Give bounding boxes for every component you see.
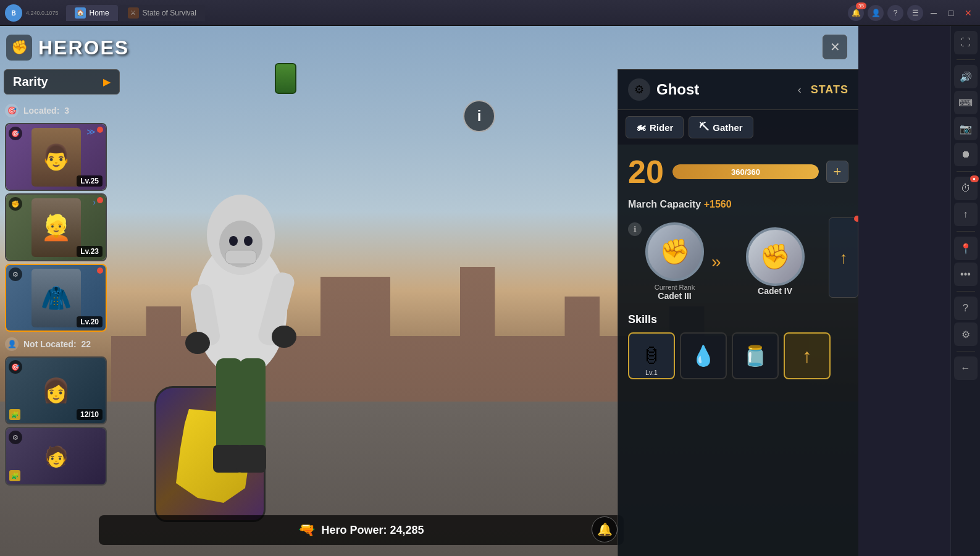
help-button[interactable]: ? <box>887 5 903 21</box>
current-rank-container: ✊ Current Rank Cadet III <box>645 222 704 301</box>
notifications-button[interactable]: 🔔 35 <box>848 5 864 21</box>
stats-header: ⚙ Ghost ‹ STATS <box>618 70 858 110</box>
located-section-icon: 🎯 <box>5 104 19 117</box>
toolbar-separator-3 <box>957 231 975 232</box>
hero-card-ghost[interactable]: 🧥 ⚙ Lv.20 <box>5 264 107 332</box>
svg-rect-12 <box>216 358 242 457</box>
stats-gear-icon: ⚙ <box>628 78 650 101</box>
not-located-avatar: 👩 <box>41 377 70 404</box>
upload-button[interactable]: ↑ <box>954 203 978 226</box>
gather-label: Gather <box>713 122 742 133</box>
rider-icon: 🏍 <box>636 122 646 133</box>
rarity-filter-button[interactable]: Rarity ▶ <box>4 69 120 95</box>
rank-up-arrow-icon: ↑ <box>840 248 848 267</box>
close-heroes-button[interactable]: ✕ <box>823 35 847 59</box>
skill-slot-2[interactable]: 💧 <box>680 332 727 379</box>
stats-nav-left-button[interactable]: ‹ <box>791 81 808 98</box>
skills-section: Skills 🛢 Lv.1 💧 🫙 ↑ <box>618 308 858 384</box>
green-can-prop <box>275 63 296 94</box>
located-label: Located: <box>23 106 59 116</box>
toolbar-separator-1 <box>957 59 975 60</box>
bluestacks-logo: B <box>5 4 22 22</box>
next-rank-name: Cadet IV <box>758 286 792 296</box>
stats-label: STATS <box>811 83 848 96</box>
bluestacks-toolbar: ⛶ 🔊 ⌨ 📷 ⏺ ⏱ ● ↑ 📍 ••• ? ⚙ ← <box>950 26 980 556</box>
stats-hero-name: Ghost <box>656 81 791 98</box>
toolbar-separator-4 <box>957 291 975 292</box>
located-count: 3 <box>64 106 69 116</box>
tab-home[interactable]: 🏠 Home <box>66 5 118 21</box>
close-button[interactable]: ✕ <box>961 6 975 20</box>
keyboard-button[interactable]: ⌨ <box>954 91 978 114</box>
record-button[interactable]: ⏺ <box>954 143 978 166</box>
heroes-title: HEROES <box>38 36 129 59</box>
heroes-header: ✊ HEROES <box>6 35 129 61</box>
rider-label: Rider <box>650 122 673 133</box>
located-section-header: 🎯 Located: 3 <box>0 101 124 120</box>
hero-ghost-art <box>136 99 346 519</box>
tab-state-of-survival[interactable]: ⚔ State of Survival <box>119 5 205 21</box>
skill-slot-3[interactable]: 🫙 <box>732 332 779 379</box>
rank-section: ℹ ✊ Current Rank Cadet III » ✊ Cadet IV <box>618 217 858 308</box>
svg-point-11 <box>272 326 296 348</box>
rank-arrows: » <box>711 252 721 272</box>
svg-rect-13 <box>240 358 266 457</box>
rarity-arrow-icon: ▶ <box>103 76 111 88</box>
hero2-level: Lv.23 <box>77 246 103 257</box>
hero-power-bar: 🔫 Hero Power: 24,285 <box>99 515 624 545</box>
not-located-icon: 👤 <box>5 337 19 351</box>
titlebar: B 4.240.0.1075 🏠 Home ⚔ State of Surviva… <box>0 0 980 26</box>
volume-button[interactable]: 🔊 <box>954 65 978 88</box>
next-rank-container: ✊ Cadet IV <box>746 227 805 296</box>
march-capacity-value: +1560 <box>704 199 732 209</box>
more-button[interactable]: ••• <box>954 263 978 286</box>
help-toolbar-button[interactable]: ? <box>954 297 978 320</box>
back-button[interactable]: ← <box>954 356 978 380</box>
skill3-icon: 🫙 <box>743 344 768 368</box>
hero-small-card[interactable]: 🧑 ⚙ 🧩 <box>5 427 107 486</box>
ghost-avatar: 🧥 <box>31 269 81 327</box>
xp-bar: 360/360 <box>672 164 819 179</box>
screenshot-button[interactable]: 📷 <box>954 117 978 140</box>
hero-small-avatar: 🧑 <box>44 445 69 468</box>
skill2-icon: 💧 <box>691 344 716 368</box>
settings-button[interactable]: ⚙ <box>954 322 978 346</box>
rank-up-button[interactable]: ↑ <box>829 217 858 298</box>
gather-tab[interactable]: ⛏ Gather <box>689 116 753 138</box>
not-located-label: Not Located: <box>23 339 77 349</box>
hero1-red-dot <box>97 127 103 133</box>
fullscreen-button[interactable]: ⛶ <box>954 31 978 54</box>
march-capacity: March Capacity +1560 <box>618 199 858 217</box>
timer-badge: ● <box>970 175 979 182</box>
location-button[interactable]: 📍 <box>954 237 978 260</box>
level-plus-button[interactable]: + <box>826 161 848 183</box>
hero1-crosshair-icon: 🎯 <box>9 127 22 140</box>
fist-icon: ✊ <box>6 35 32 61</box>
hero1-rank-chevron: ≫ <box>86 127 96 137</box>
menu-button[interactable]: ☰ <box>907 5 923 21</box>
info-button[interactable]: i <box>463 100 495 132</box>
role-tabs: 🏍 Rider ⛏ Gather <box>618 110 858 145</box>
skill-slot-1[interactable]: 🛢 Lv.1 <box>628 332 675 379</box>
notification-bell-button[interactable]: 🔔 <box>592 516 618 542</box>
skill1-level: Lv.1 <box>629 369 674 376</box>
hero1-avatar: 👨 <box>31 128 81 187</box>
svg-text:B: B <box>11 10 15 17</box>
xp-text: 360/360 <box>672 164 819 179</box>
skills-title: Skills <box>628 313 848 326</box>
skill-up-button[interactable]: ↑ <box>784 332 831 379</box>
maximize-button[interactable]: □ <box>944 6 958 20</box>
rider-tab[interactable]: 🏍 Rider <box>626 116 684 138</box>
minimize-button[interactable]: ─ <box>927 6 940 20</box>
not-located-section-header: 👤 Not Located: 22 <box>0 334 124 354</box>
ghost-red-dot <box>97 267 103 274</box>
timer-button[interactable]: ⏱ ● <box>954 177 978 200</box>
not-located-hero-card[interactable]: 👩 🎯 🧩 12/10 <box>5 356 107 424</box>
svg-point-10 <box>185 332 210 354</box>
hero-card-2[interactable]: 👱 ✊ › Lv.23 <box>5 193 107 261</box>
hero-card-1[interactable]: 👨 🎯 ≫ Lv.25 <box>5 123 107 191</box>
hero2-red-dot <box>97 197 103 203</box>
app-version: 4.240.0.1075 <box>26 10 59 16</box>
profile-button[interactable]: 👤 <box>868 5 884 21</box>
current-rank-name: Cadet III <box>658 291 691 301</box>
